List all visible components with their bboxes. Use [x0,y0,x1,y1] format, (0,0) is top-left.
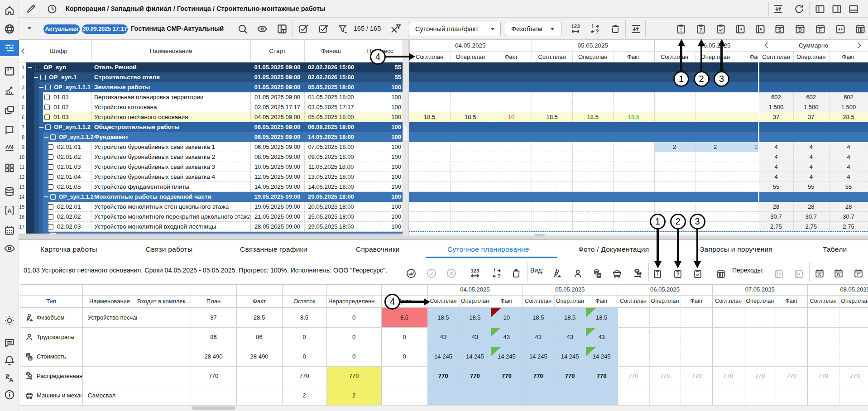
svg-text:F: F [819,27,822,33]
svg-text:?: ? [676,272,679,277]
svg-text:F: F [857,272,860,277]
svg-text:!: ! [592,23,594,29]
svg-text:S: S [778,27,781,33]
svg-text:D: D [837,272,840,277]
svg-text:123: 123 [471,268,480,273]
svg-text:A: A [8,208,12,214]
svg-text:123: 123 [571,24,580,29]
svg-text:?: ? [700,27,703,33]
svg-text:!: ! [680,27,682,33]
svg-text:!: ! [494,268,495,274]
svg-text:!: ! [657,272,658,277]
svg-text:D: D [798,27,802,33]
svg-text:A: A [9,377,14,383]
svg-text:?: ? [497,272,501,279]
svg-text:?: ? [595,28,599,35]
svg-text:S: S [818,272,821,277]
